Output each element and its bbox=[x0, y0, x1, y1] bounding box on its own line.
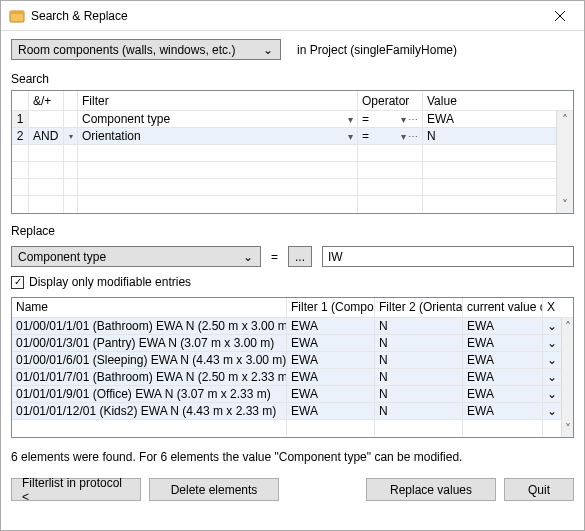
x-cell[interactable]: ⌄ bbox=[543, 352, 561, 368]
col-x[interactable]: X bbox=[543, 298, 573, 317]
name-cell: 01/01/01/7/01 (Bathroom) EWA N (2.50 m x… bbox=[12, 369, 287, 385]
name-cell: 01/00/01/3/01 (Pantry) EWA N (3.07 m x 3… bbox=[12, 335, 287, 351]
search-scrollbar[interactable]: ˄ ˅ bbox=[556, 111, 573, 213]
display-modifiable-checkbox[interactable]: ✓ bbox=[11, 276, 24, 289]
name-cell: 01/00/01/1/01 (Bathroom) EWA N (2.50 m x… bbox=[12, 318, 287, 334]
chevron-down-icon: ⌄ bbox=[260, 43, 276, 57]
search-grid-header: &/+ Filter Operator Value bbox=[12, 91, 573, 111]
name-cell: 01/01/01/12/01 (Kids2) EWA N (4.43 m x 2… bbox=[12, 403, 287, 419]
current-cell: EWA bbox=[463, 318, 543, 334]
svg-rect-1 bbox=[10, 11, 24, 14]
value-cell[interactable]: EWA bbox=[423, 111, 556, 127]
scroll-track[interactable] bbox=[557, 128, 573, 196]
quit-button[interactable]: Quit bbox=[504, 478, 574, 501]
x-cell[interactable]: ⌄ bbox=[543, 386, 561, 402]
scroll-up-icon[interactable]: ˄ bbox=[557, 111, 573, 128]
x-cell[interactable]: ⌄ bbox=[543, 369, 561, 385]
results-row[interactable]: 01/00/01/3/01 (Pantry) EWA N (3.07 m x 3… bbox=[12, 335, 561, 352]
col-operator[interactable]: Operator bbox=[358, 91, 423, 110]
results-row[interactable]: 01/00/01/1/01 (Bathroom) EWA N (2.50 m x… bbox=[12, 318, 561, 335]
results-row[interactable]: 01/00/01/6/01 (Sleeping) EWA N (4.43 m x… bbox=[12, 352, 561, 369]
window-title: Search & Replace bbox=[31, 9, 537, 23]
current-cell: EWA bbox=[463, 352, 543, 368]
col-filter2[interactable]: Filter 2 (Orientat bbox=[375, 298, 463, 317]
operator-cell[interactable]: =▾⋯ bbox=[358, 128, 423, 144]
scope-dropdown[interactable]: Room components (walls, windows, etc.) ⌄ bbox=[11, 39, 281, 60]
search-row[interactable]: 2 AND ▾ Orientation▾ =▾⋯ N bbox=[12, 128, 556, 145]
close-button[interactable] bbox=[537, 2, 582, 30]
results-row[interactable]: 01/01/01/7/01 (Bathroom) EWA N (2.50 m x… bbox=[12, 369, 561, 386]
x-cell[interactable]: ⌄ bbox=[543, 403, 561, 419]
filter1-cell: EWA bbox=[287, 352, 375, 368]
results-header: Name Filter 1 (Compon Filter 2 (Orientat… bbox=[12, 298, 573, 318]
replace-values-button[interactable]: Replace values bbox=[366, 478, 496, 501]
scroll-track[interactable] bbox=[562, 335, 573, 420]
chevron-down-icon[interactable]: ▾ bbox=[401, 114, 406, 125]
filter-cell[interactable]: Component type▾ bbox=[78, 111, 358, 127]
andor-cell[interactable]: AND bbox=[29, 128, 64, 144]
scroll-up-icon[interactable]: ˄ bbox=[562, 318, 573, 335]
filter2-cell: N bbox=[375, 352, 463, 368]
chevron-down-icon[interactable]: ▾ bbox=[348, 114, 353, 125]
search-row[interactable]: 1 Component type▾ =▾⋯ EWA bbox=[12, 111, 556, 128]
filter-cell[interactable]: Orientation▾ bbox=[78, 128, 358, 144]
display-modifiable-row: ✓ Display only modifiable entries bbox=[11, 275, 574, 289]
andor-cell[interactable] bbox=[29, 111, 64, 127]
filter2-cell: N bbox=[375, 335, 463, 351]
col-filter[interactable]: Filter bbox=[78, 91, 358, 110]
col-value[interactable]: Value bbox=[423, 91, 573, 110]
rownum: 2 bbox=[12, 128, 29, 144]
results-row-empty bbox=[12, 420, 561, 437]
search-row-empty[interactable] bbox=[12, 179, 556, 196]
current-cell: EWA bbox=[463, 386, 543, 402]
delete-elements-button[interactable]: Delete elements bbox=[149, 478, 279, 501]
col-rownum bbox=[12, 91, 29, 110]
scope-row: Room components (walls, windows, etc.) ⌄… bbox=[11, 39, 574, 60]
results-grid: Name Filter 1 (Compon Filter 2 (Orientat… bbox=[11, 297, 574, 438]
window: Search & Replace Room components (walls,… bbox=[0, 0, 585, 531]
ellipsis-button[interactable]: ... bbox=[288, 246, 312, 267]
results-row[interactable]: 01/01/01/12/01 (Kids2) EWA N (4.43 m x 2… bbox=[12, 403, 561, 420]
col-filter1[interactable]: Filter 1 (Compon bbox=[287, 298, 375, 317]
scroll-down-icon[interactable]: ˅ bbox=[562, 420, 573, 437]
replace-value-input[interactable] bbox=[322, 246, 574, 267]
col-andor[interactable]: &/+ bbox=[29, 91, 64, 110]
replace-field-dropdown[interactable]: Component type ⌄ bbox=[11, 246, 261, 267]
search-row-empty[interactable] bbox=[12, 196, 556, 213]
filter1-cell: EWA bbox=[287, 318, 375, 334]
filter2-cell: N bbox=[375, 386, 463, 402]
filter1-cell: EWA bbox=[287, 369, 375, 385]
app-icon bbox=[9, 8, 25, 24]
scroll-down-icon[interactable]: ˅ bbox=[557, 196, 573, 213]
ellipsis-icon[interactable]: ⋯ bbox=[408, 131, 418, 142]
filter2-cell: N bbox=[375, 403, 463, 419]
status-text: 6 elements were found. For 6 elements th… bbox=[11, 450, 574, 464]
button-bar: Filterlist in protocol < Delete elements… bbox=[11, 478, 574, 501]
filter1-cell: EWA bbox=[287, 403, 375, 419]
results-row[interactable]: 01/01/01/9/01 (Office) EWA N (3.07 m x 2… bbox=[12, 386, 561, 403]
titlebar: Search & Replace bbox=[1, 1, 584, 31]
x-cell[interactable]: ⌄ bbox=[543, 318, 561, 334]
search-row-empty[interactable] bbox=[12, 162, 556, 179]
filter2-cell: N bbox=[375, 369, 463, 385]
name-cell: 01/00/01/6/01 (Sleeping) EWA N (4.43 m x… bbox=[12, 352, 287, 368]
current-cell: EWA bbox=[463, 403, 543, 419]
col-name[interactable]: Name bbox=[12, 298, 287, 317]
col-blank bbox=[64, 91, 78, 110]
ellipsis-icon[interactable]: ⋯ bbox=[408, 114, 418, 125]
x-cell[interactable]: ⌄ bbox=[543, 335, 561, 351]
filterlist-button[interactable]: Filterlist in protocol < bbox=[11, 478, 141, 501]
replace-label: Replace bbox=[11, 224, 574, 238]
chevron-down-icon: ⌄ bbox=[240, 250, 256, 264]
results-scrollbar[interactable]: ˄ ˅ bbox=[561, 318, 573, 437]
chevron-down-icon: ▾ bbox=[69, 132, 73, 141]
search-row-empty[interactable] bbox=[12, 145, 556, 162]
chevron-down-icon[interactable]: ▾ bbox=[348, 131, 353, 142]
search-label: Search bbox=[11, 72, 574, 86]
value-cell[interactable]: N bbox=[423, 128, 556, 144]
chevron-down-icon[interactable]: ▾ bbox=[401, 131, 406, 142]
col-current[interactable]: current value of bbox=[463, 298, 543, 317]
blank-cell[interactable]: ▾ bbox=[64, 128, 78, 144]
name-cell: 01/01/01/9/01 (Office) EWA N (3.07 m x 2… bbox=[12, 386, 287, 402]
operator-cell[interactable]: =▾⋯ bbox=[358, 111, 423, 127]
